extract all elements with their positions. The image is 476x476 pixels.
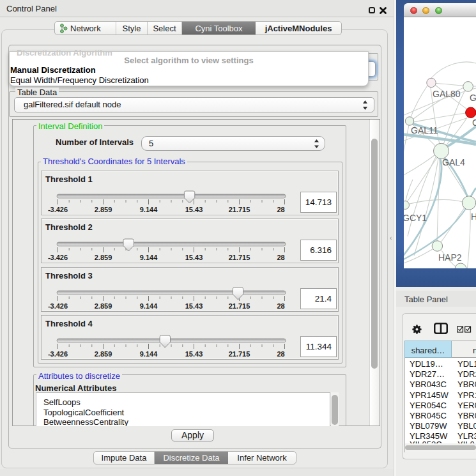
- svg-text:15.43: 15.43: [185, 302, 203, 310]
- svg-text:2.859: 2.859: [95, 302, 112, 310]
- svg-text:28: 28: [277, 350, 284, 358]
- svg-text:9.144: 9.144: [140, 254, 158, 261]
- svg-text:28: 28: [277, 206, 284, 213]
- svg-text:HAP2: HAP2: [438, 252, 462, 263]
- svg-text:15.43: 15.43: [185, 254, 203, 261]
- svg-text:GA: GA: [470, 93, 476, 103]
- svg-text:-3.426: -3.426: [48, 206, 68, 213]
- svg-text:HA: HA: [471, 211, 476, 222]
- svg-text:21.715: 21.715: [229, 350, 250, 358]
- svg-text:C: C: [472, 118, 476, 128]
- svg-text:9.144: 9.144: [140, 302, 158, 310]
- svg-text:9.144: 9.144: [140, 206, 158, 213]
- svg-text:21.715: 21.715: [229, 302, 250, 310]
- svg-text:GAL80: GAL80: [433, 89, 461, 99]
- svg-text:2.859: 2.859: [95, 254, 112, 261]
- svg-text:GCY1: GCY1: [404, 213, 427, 223]
- svg-text:2.859: 2.859: [95, 206, 112, 213]
- svg-text:15.43: 15.43: [185, 206, 203, 213]
- svg-text:21.715: 21.715: [229, 254, 250, 261]
- svg-text:15.43: 15.43: [185, 350, 203, 358]
- svg-text:21.715: 21.715: [229, 206, 250, 213]
- svg-text:28: 28: [277, 302, 284, 310]
- svg-text:-3.426: -3.426: [48, 302, 68, 310]
- svg-text:GAL11: GAL11: [411, 125, 438, 135]
- svg-text:-3.426: -3.426: [48, 254, 68, 261]
- svg-text:2.859: 2.859: [95, 350, 112, 358]
- svg-text:9.144: 9.144: [140, 350, 158, 358]
- svg-text:GAL4: GAL4: [442, 157, 465, 167]
- svg-text:28: 28: [277, 254, 284, 261]
- svg-text:-3.426: -3.426: [48, 350, 68, 358]
